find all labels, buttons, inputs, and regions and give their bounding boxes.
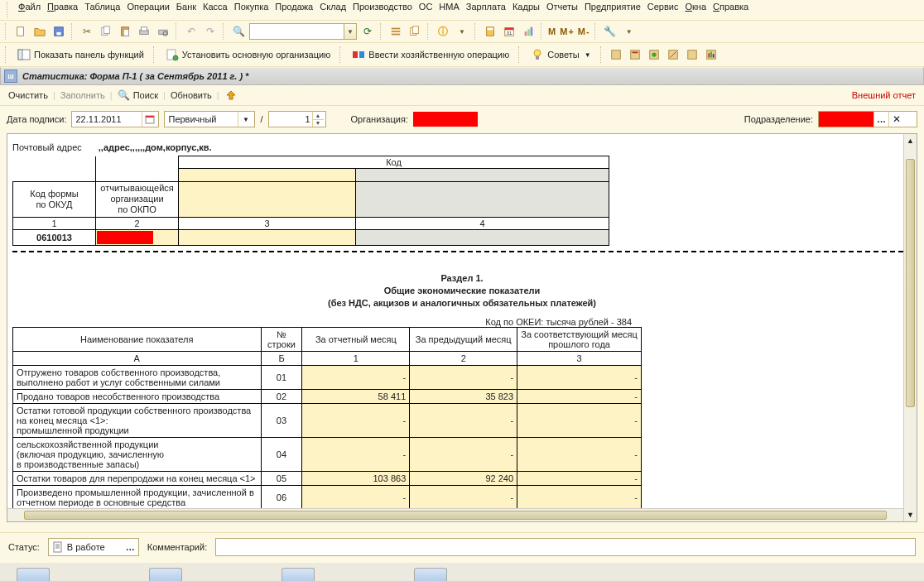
menu-ops[interactable]: Операции — [127, 2, 169, 18]
print-icon[interactable] — [136, 23, 152, 40]
table-row[interactable]: Остатки товаров для перепродажи на конец… — [13, 471, 642, 485]
tab-3[interactable] — [282, 568, 315, 581]
window-tabs — [0, 563, 924, 581]
clear-x-icon[interactable]: ✕ — [888, 112, 903, 127]
menu-service[interactable]: Сервис — [647, 2, 679, 18]
addr-label: Почтовый адрес — [12, 142, 82, 152]
copy-icon[interactable] — [98, 23, 114, 40]
filter-row: Дата подписи: 22.11.2011 Первичный ▼ / 1… — [0, 106, 924, 133]
save-disk-icon[interactable] — [51, 23, 67, 40]
menu-cash[interactable]: Касса — [203, 2, 228, 18]
table-row[interactable]: Остатки готовой продукции собственного п… — [13, 403, 642, 437]
report1-icon[interactable] — [608, 46, 624, 63]
set-org-button[interactable]: Установить основную организацию — [161, 46, 336, 64]
scroll-thumb[interactable] — [906, 159, 915, 407]
memory-buttons[interactable]: M M+ M- — [548, 26, 590, 36]
scroll-thumb-x[interactable] — [24, 511, 887, 520]
calendar-btn-icon[interactable] — [142, 112, 156, 127]
dropdown-icon[interactable]: ▼ — [238, 112, 253, 127]
window-title: ш Статистика: Форма П-1 ( за Сентябрь 20… — [0, 67, 924, 85]
zoom-icon[interactable]: 🔍 — [230, 23, 247, 40]
preview-icon[interactable] — [155, 23, 171, 40]
settings-dd-icon[interactable]: ▼ — [621, 23, 638, 40]
table-row[interactable]: Отгружено товаров собственного производс… — [13, 365, 642, 389]
expand-button[interactable] — [219, 87, 243, 103]
scroll-up-icon[interactable]: ▲ — [904, 134, 917, 147]
tab-1[interactable] — [17, 568, 50, 581]
svg-rect-31 — [536, 56, 539, 60]
menu-nma[interactable]: НМА — [439, 2, 459, 18]
show-panel-label: Показать панель функций — [34, 50, 144, 60]
report-kind-combo[interactable]: Первичный ▼ — [164, 111, 255, 127]
svg-rect-23 — [531, 27, 533, 36]
report5-icon[interactable] — [684, 46, 700, 63]
okei-note: Код по ОКЕИ: тысяча рублей - 384 — [12, 317, 642, 327]
chart-icon[interactable] — [520, 23, 537, 40]
refresh-icon[interactable]: ⟳ — [359, 23, 376, 40]
svg-rect-21 — [525, 31, 527, 36]
svg-rect-32 — [611, 50, 620, 60]
dropdown-help-icon[interactable]: ▼ — [454, 23, 470, 40]
date-sign-input[interactable]: 22.11.2011 — [71, 111, 159, 127]
show-panel-button[interactable]: Показать панель функций — [12, 46, 149, 64]
menu-os[interactable]: ОС — [419, 2, 433, 18]
fill-button[interactable]: Заполнить — [55, 89, 110, 102]
report2-icon[interactable] — [627, 46, 643, 63]
scroll-down-icon[interactable]: ▼ — [904, 508, 917, 521]
table-row[interactable]: сельскохозяйственной продукции (включая … — [13, 437, 642, 471]
table-row[interactable]: Продано товаров несобственного производс… — [13, 389, 642, 403]
undo-icon[interactable]: ↶ — [183, 23, 200, 40]
table-row[interactable]: Произведено промышленной продукции, зачи… — [13, 485, 642, 509]
dropdown-icon[interactable]: ▼ — [344, 24, 356, 39]
menu-reports[interactable]: Отчеты — [546, 2, 578, 18]
new-doc-icon[interactable] — [12, 23, 29, 40]
division-input[interactable]: … ✕ — [818, 111, 917, 127]
menu-help[interactable]: Справка — [713, 2, 748, 18]
spinner[interactable]: ▲▼ — [312, 112, 324, 127]
menu-divider — [7, 2, 10, 18]
svg-rect-8 — [142, 27, 147, 31]
menu-prod[interactable]: Производство — [353, 2, 412, 18]
menu-buy[interactable]: Покупка — [234, 2, 269, 18]
dots-icon[interactable]: … — [873, 112, 888, 127]
paste-icon[interactable] — [117, 23, 133, 40]
cut-icon[interactable]: ✂ — [79, 23, 95, 40]
clear-button[interactable]: Очистить — [3, 89, 53, 102]
menu-table[interactable]: Таблица — [84, 2, 120, 18]
redo-icon[interactable]: ↷ — [202, 23, 219, 40]
menu-company[interactable]: Предприятие — [585, 2, 641, 18]
report6-icon[interactable] — [703, 46, 719, 63]
report4-icon[interactable] — [665, 46, 681, 63]
advices-button[interactable]: Советы ▼ — [526, 46, 595, 64]
search-combo[interactable]: ▼ — [249, 23, 357, 40]
open-folder-icon[interactable] — [31, 23, 48, 40]
tab-2[interactable] — [149, 568, 182, 581]
refresh-button[interactable]: Обновить — [166, 89, 217, 102]
dots-icon[interactable]: … — [126, 542, 135, 552]
find-button[interactable]: 🔍Поиск — [113, 88, 163, 103]
settings-icon[interactable]: 🔧 — [602, 23, 618, 40]
horizontal-scrollbar[interactable] — [7, 508, 903, 521]
menu-hr[interactable]: Кадры — [513, 2, 540, 18]
form-toolbar: Очистить | Заполнить | 🔍Поиск | Обновить… — [0, 85, 924, 106]
enter-op-button[interactable]: Ввести хозяйственную операцию — [347, 46, 514, 64]
menu-stock[interactable]: Склад — [320, 2, 346, 18]
calendar-icon[interactable]: 31 — [501, 23, 517, 40]
copy-list-icon[interactable] — [407, 23, 423, 40]
calc-icon[interactable] — [482, 23, 498, 40]
data-table[interactable]: Наименование показателя № строки За отче… — [12, 327, 642, 522]
vertical-scrollbar[interactable]: ▲ ▼ — [903, 134, 917, 521]
menu-edit[interactable]: Правка — [47, 2, 78, 18]
comment-input[interactable] — [215, 538, 916, 556]
menu-sell[interactable]: Продажа — [275, 2, 313, 18]
report3-icon[interactable] — [646, 46, 662, 63]
menu-bank[interactable]: Банк — [176, 2, 196, 18]
status-field[interactable]: В работе … — [48, 538, 139, 556]
menu-salary[interactable]: Зарплата — [466, 2, 506, 18]
help-icon[interactable]: ⓘ — [435, 23, 451, 40]
menu-file[interactable]: Файл — [18, 2, 41, 18]
list-icon[interactable] — [387, 23, 404, 40]
tab-4[interactable] — [414, 568, 447, 581]
correction-num-input[interactable]: 1 ▲▼ — [268, 111, 326, 127]
menu-windows[interactable]: Окна — [685, 2, 706, 18]
